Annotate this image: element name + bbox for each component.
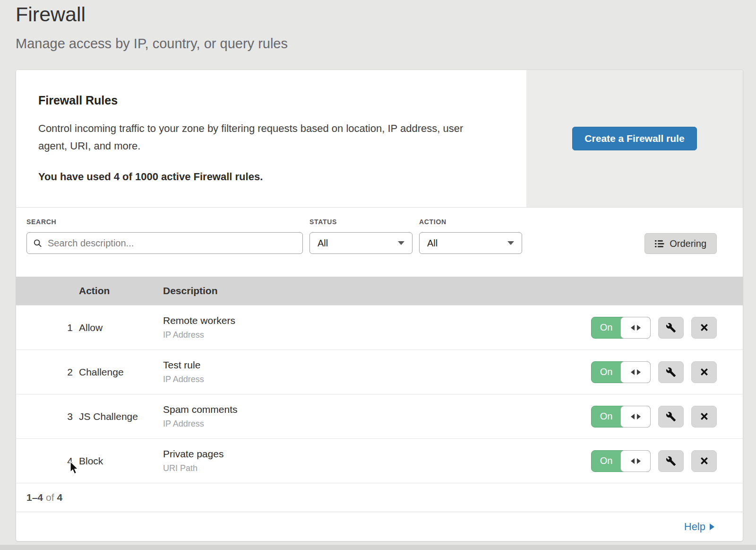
firewall-rules-info: Firewall Rules Control incoming traffic …	[16, 70, 526, 207]
create-firewall-rule-button[interactable]: Create a Firewall rule	[572, 127, 696, 150]
ordering-button[interactable]: Ordering	[644, 233, 717, 254]
arrow-right-icon	[637, 458, 641, 464]
card-heading: Firewall Rules	[38, 94, 493, 107]
search-icon	[33, 238, 42, 248]
table-header: Action Description	[16, 277, 743, 305]
firewall-panel: Firewall Rules Control incoming traffic …	[16, 70, 743, 541]
rule-controls: On	[591, 361, 743, 383]
rule-enabled-toggle[interactable]: On	[591, 450, 651, 472]
page-header: Firewall Manage access by IP, country, o…	[0, 0, 756, 53]
rule-enabled-toggle[interactable]: On	[591, 406, 651, 428]
help-link[interactable]: Help	[684, 521, 714, 533]
rule-controls: On	[591, 450, 743, 472]
close-icon	[700, 367, 709, 376]
ordering-button-label: Ordering	[670, 238, 706, 249]
table-row: 2 Challenge Test rule IP Address On	[16, 349, 743, 394]
rule-field: IP Address	[163, 375, 591, 384]
rule-priority: 3	[16, 411, 79, 422]
rule-field: URI Path	[163, 463, 591, 473]
status-filter-group: STATUS All	[309, 218, 412, 254]
arrow-left-icon	[631, 369, 635, 375]
description-column-header: Description	[163, 285, 743, 297]
arrow-right-icon	[710, 524, 714, 530]
arrow-left-icon	[631, 458, 635, 464]
search-box[interactable]	[26, 232, 303, 254]
rule-description-cell: Test rule IP Address	[163, 359, 591, 384]
table-row: 3 JS Challenge Spam comments IP Address …	[16, 394, 743, 438]
arrow-left-icon	[631, 325, 635, 331]
rule-description: Private pages	[163, 448, 591, 460]
close-icon	[700, 412, 709, 421]
help-link-label: Help	[684, 521, 705, 533]
rule-field: IP Address	[163, 330, 591, 340]
search-label: SEARCH	[26, 218, 303, 226]
pagination-of-label: of	[46, 492, 54, 503]
edit-rule-button[interactable]	[658, 317, 684, 339]
action-filter-group: ACTION All	[419, 218, 522, 254]
toggle-on-label: On	[592, 406, 621, 427]
rule-enabled-toggle[interactable]: On	[591, 361, 651, 383]
close-icon	[700, 456, 709, 465]
pagination-total: 4	[57, 492, 63, 503]
firewall-rules-card: Firewall Rules Control incoming traffic …	[16, 70, 743, 207]
rule-action: Challenge	[79, 367, 163, 378]
close-icon	[700, 323, 709, 332]
page-subtitle: Manage access by IP, country, or query r…	[16, 34, 756, 53]
rule-description-cell: Private pages URI Path	[163, 448, 591, 473]
rule-description: Remote workers	[163, 315, 591, 326]
help-row: Help	[16, 512, 743, 541]
wrench-icon	[666, 411, 676, 422]
rule-action: Block	[79, 455, 163, 467]
rule-priority: 2	[16, 367, 79, 378]
rule-action: JS Challenge	[79, 411, 163, 422]
delete-rule-button[interactable]	[691, 406, 717, 428]
rule-description: Spam comments	[163, 404, 591, 415]
wrench-icon	[666, 367, 676, 377]
search-input[interactable]	[47, 237, 296, 249]
status-label: STATUS	[309, 218, 412, 226]
page-title: Firewall	[16, 1, 756, 27]
rule-description: Test rule	[163, 359, 591, 371]
toggle-on-label: On	[592, 362, 621, 383]
edit-rule-button[interactable]	[658, 406, 684, 428]
action-label: ACTION	[419, 218, 522, 226]
pagination-range: 1–4	[26, 492, 43, 503]
toggle-handle[interactable]	[620, 406, 651, 428]
action-select[interactable]: All	[419, 232, 522, 254]
rule-description-cell: Spam comments IP Address	[163, 404, 591, 429]
filters-bar: SEARCH STATUS All ACTION All	[16, 207, 743, 277]
rule-controls: On	[591, 317, 743, 339]
toggle-on-label: On	[592, 451, 621, 471]
status-select[interactable]: All	[309, 232, 412, 254]
arrow-right-icon	[637, 414, 641, 419]
delete-rule-button[interactable]	[691, 361, 717, 383]
delete-rule-button[interactable]	[691, 317, 717, 339]
chevron-down-icon	[507, 241, 514, 245]
delete-rule-button[interactable]	[691, 450, 717, 472]
toggle-handle[interactable]	[620, 450, 651, 472]
ordered-list-icon	[655, 240, 664, 248]
table-row: 1 Allow Remote workers IP Address On	[16, 305, 743, 349]
rule-controls: On	[591, 406, 743, 428]
arrow-right-icon	[637, 325, 641, 331]
toggle-handle[interactable]	[620, 317, 651, 339]
table-row: 4 Block Private pages URI Path On	[16, 438, 743, 483]
edit-rule-button[interactable]	[658, 450, 684, 472]
status-selected-value: All	[318, 238, 328, 249]
arrow-left-icon	[631, 414, 635, 419]
wrench-icon	[666, 323, 676, 333]
rule-field: IP Address	[163, 419, 591, 429]
edit-rule-button[interactable]	[658, 361, 684, 383]
wrench-icon	[666, 456, 676, 466]
rule-priority: 4	[16, 455, 79, 467]
rule-action: Allow	[79, 322, 163, 333]
rule-priority: 1	[16, 322, 79, 333]
search-filter-group: SEARCH	[26, 218, 303, 254]
card-description: Control incoming traffic to your zone by…	[38, 120, 492, 155]
card-usage-note: You have used 4 of 1000 active Firewall …	[38, 171, 493, 183]
toggle-handle[interactable]	[620, 361, 651, 383]
create-rule-area: Create a Firewall rule	[526, 70, 743, 207]
window-bottom-edge	[0, 545, 756, 550]
rule-enabled-toggle[interactable]: On	[591, 317, 651, 339]
pagination-summary: 1–4 of 4	[16, 483, 743, 512]
